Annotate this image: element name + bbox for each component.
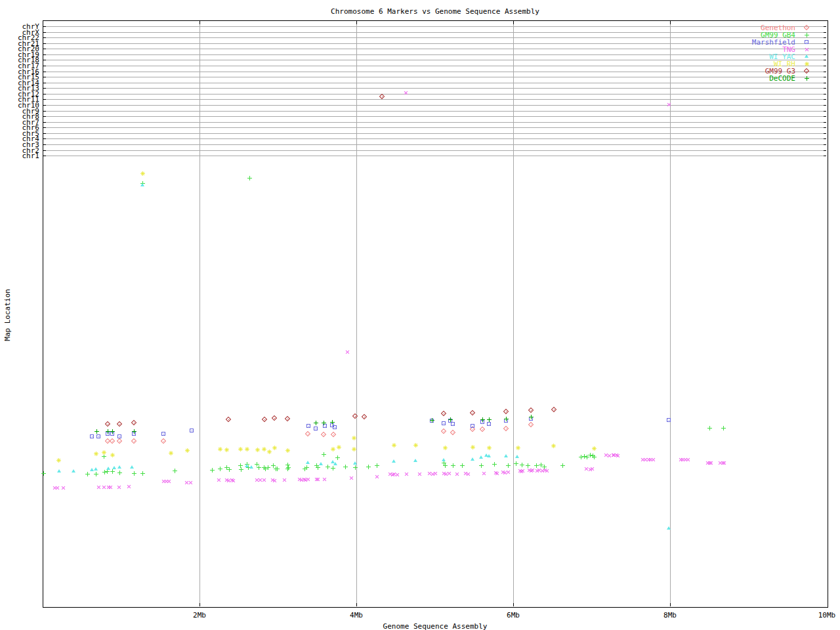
gridline-h-chrX <box>43 32 826 33</box>
x-tick-label-2Mb: 2Mb <box>193 612 206 619</box>
gridline-h-chr5 <box>43 133 826 134</box>
x-tick-top <box>200 21 200 24</box>
x-tick-label-6Mb: 6Mb <box>507 612 520 619</box>
y-tick-left <box>43 43 46 44</box>
y-tick-left <box>43 77 46 77</box>
gridline-h-chr18 <box>43 60 826 60</box>
y-tick-right <box>824 54 826 55</box>
plot-frame <box>43 20 828 608</box>
gridline-h-chr14 <box>43 83 826 83</box>
y-tick-left <box>43 66 46 66</box>
y-tick-left <box>43 144 46 145</box>
y-tick-left <box>43 127 46 128</box>
x-tick-label-8Mb: 8Mb <box>663 612 677 619</box>
chart-title: Chromosome 6 Markers vs Genome Sequence … <box>331 7 539 16</box>
y-tick-left <box>43 156 46 156</box>
y-tick-right <box>824 133 826 134</box>
gridline-h-chr2 <box>43 150 826 151</box>
x-axis-title: Genome Sequence Assembly <box>383 622 488 630</box>
y-tick-left <box>43 94 46 94</box>
gridline-h-chr1 <box>43 156 826 156</box>
y-tick-left <box>43 72 46 72</box>
y-tick-right <box>824 116 826 117</box>
y-tick-left <box>43 26 46 27</box>
gridline-v-2Mb <box>200 21 200 606</box>
y-tick-right <box>824 111 826 112</box>
x-tick-top <box>356 21 357 24</box>
y-tick-right <box>824 150 826 151</box>
y-axis-title: Map Location <box>3 289 12 341</box>
y-tick-left <box>43 37 46 38</box>
y-tick-left <box>43 32 46 33</box>
x-tick-label-4Mb: 4Mb <box>350 612 363 619</box>
y-tick-left <box>43 54 46 55</box>
y-tick-right <box>824 49 826 49</box>
y-tick-left <box>43 111 46 112</box>
y-tick-right <box>824 72 826 72</box>
gridline-h-chr13 <box>43 88 826 89</box>
y-tick-right <box>824 94 826 94</box>
gridline-h-chr12 <box>43 94 826 94</box>
gridline-h-chr7 <box>43 122 826 123</box>
y-tick-right <box>824 138 826 139</box>
y-tick-right <box>824 88 826 89</box>
x-tick-top <box>670 21 671 24</box>
y-tick-right <box>824 66 826 66</box>
y-tick-right <box>824 144 826 145</box>
gridline-h-chr3 <box>43 144 826 145</box>
gridline-v-8Mb <box>670 21 671 606</box>
gridline-h-chr20 <box>43 49 826 49</box>
y-tick-right <box>824 127 826 128</box>
x-tick-bottom <box>513 603 514 606</box>
y-tick-left <box>43 138 46 139</box>
y-tick-left <box>43 105 46 106</box>
y-tick-left <box>43 83 46 83</box>
gridline-h-chr6 <box>43 127 826 128</box>
y-tick-right <box>824 32 826 33</box>
y-tick-right <box>824 60 826 60</box>
gridline-h-chr17 <box>43 66 826 66</box>
y-tick-left <box>43 99 46 100</box>
gridline-h-chr9 <box>43 111 826 112</box>
x-tick-bottom <box>356 603 357 606</box>
chart-canvas: Chromosome 6 Markers vs Genome Sequence … <box>0 0 840 630</box>
y-tick-left <box>43 116 46 117</box>
y-tick-left <box>43 150 46 151</box>
y-tick-right <box>824 77 826 77</box>
y-tick-right <box>824 105 826 106</box>
gridline-h-chr4 <box>43 138 826 139</box>
legend-label-decode: DeCODE <box>769 75 795 82</box>
gridline-h-chr22 <box>43 37 826 38</box>
x-tick-label-10Mb: 10Mb <box>818 612 836 619</box>
x-tick-bottom <box>670 603 671 606</box>
gridline-v-4Mb <box>356 21 357 606</box>
x-tick-top <box>513 21 514 24</box>
gridline-h-chr15 <box>43 77 826 77</box>
y-tick-right <box>824 122 826 123</box>
gridline-h-chr16 <box>43 72 826 72</box>
y-tick-right <box>824 156 826 156</box>
y-tick-left <box>43 133 46 134</box>
gridline-h-chr8 <box>43 116 826 117</box>
gridline-h-chr19 <box>43 54 826 55</box>
y-tick-right <box>824 26 826 27</box>
y-tick-right <box>824 37 826 38</box>
y-tick-left <box>43 60 46 60</box>
gridline-h-chr11 <box>43 99 826 100</box>
y-tick-right <box>824 43 826 44</box>
y-tick-left <box>43 88 46 89</box>
gridline-h-chrY <box>43 26 826 27</box>
y-tick-right <box>824 99 826 100</box>
y-tick-label-chr1: chr1 <box>0 153 39 159</box>
y-tick-left <box>43 49 46 49</box>
y-tick-right <box>824 83 826 83</box>
gridline-h-chr21 <box>43 43 826 44</box>
x-tick-bottom <box>200 603 200 606</box>
gridline-v-6Mb <box>513 21 514 606</box>
y-tick-left <box>43 122 46 123</box>
gridline-h-chr10 <box>43 105 826 106</box>
